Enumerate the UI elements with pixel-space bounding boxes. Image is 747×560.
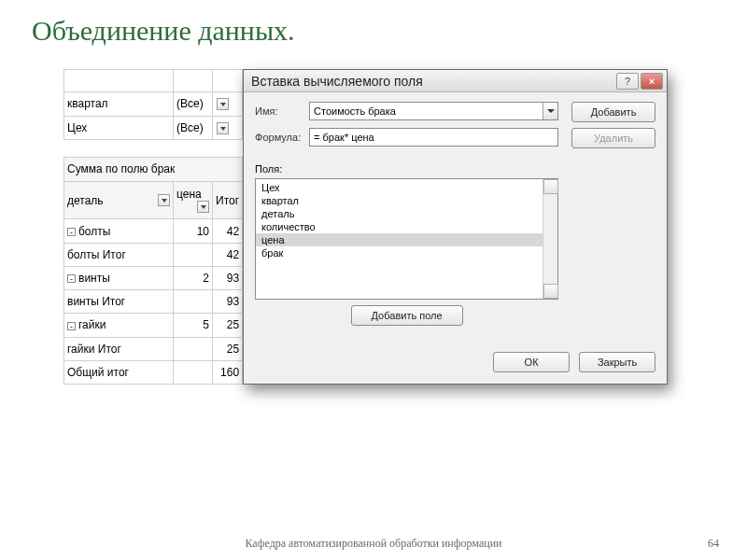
scroll-up-icon[interactable]	[543, 179, 558, 194]
name-label: Имя:	[255, 105, 309, 117]
add-field-button[interactable]: Добавить поле	[351, 305, 463, 326]
slide-title: Объединение данных.	[0, 0, 747, 54]
field-list-item[interactable]: количество	[256, 220, 543, 233]
ok-button[interactable]: ОК	[493, 352, 570, 372]
scroll-down-icon[interactable]	[543, 284, 558, 299]
col-header-detail[interactable]: деталь	[64, 181, 174, 219]
dialog-title: Вставка вычисляемого поля	[251, 74, 423, 89]
help-button[interactable]: ?	[616, 73, 639, 90]
collapse-icon[interactable]: -	[67, 228, 76, 236]
pivot-table: квартал (Все) Цех (Все) Сумма по полю бр…	[63, 69, 243, 385]
pivot-row-label: -винты	[64, 266, 174, 289]
fields-label: Поля:	[255, 163, 655, 175]
grand-total-value: 160	[213, 360, 243, 384]
chevron-down-icon[interactable]	[543, 103, 557, 119]
calculated-field-dialog: Вставка вычисляемого поля ? × Имя: Стоим…	[243, 69, 668, 385]
pivot-price-cell: 10	[174, 219, 213, 243]
close-button[interactable]: Закрыть	[579, 352, 655, 372]
pivot-price-cell: 5	[174, 314, 213, 337]
col-header-price[interactable]: цена	[174, 181, 213, 219]
formula-label: Формула:	[255, 132, 309, 143]
field-list-item[interactable]: цена	[256, 233, 543, 246]
chevron-down-icon	[158, 194, 170, 206]
chevron-down-icon	[217, 122, 229, 134]
field-list-item[interactable]: Цех	[256, 181, 543, 194]
collapse-icon[interactable]: -	[67, 274, 76, 283]
formula-input[interactable]: = брак* цена	[309, 128, 558, 147]
filter-label: квартал	[64, 92, 174, 117]
name-combo[interactable]: Стоимость брака	[309, 102, 558, 120]
sum-field-header: Сумма по полю брак	[64, 158, 243, 181]
pivot-total-cell: 25	[213, 337, 243, 360]
collapse-icon[interactable]: -	[67, 322, 76, 330]
pivot-price-cell: 2	[174, 266, 213, 289]
close-icon[interactable]: ×	[641, 73, 663, 90]
grand-total-label: Общий итог	[64, 360, 174, 384]
chevron-down-icon	[217, 98, 229, 110]
pivot-total-cell: 93	[213, 266, 243, 289]
page-number: 64	[708, 537, 719, 551]
fields-listbox[interactable]: Цехкварталдетальколичествоценабрак	[255, 178, 558, 300]
field-list-item[interactable]: деталь	[256, 207, 543, 220]
filter-value[interactable]: (Все)	[174, 92, 213, 117]
filter-label: Цех	[64, 116, 174, 140]
pivot-total-cell: 42	[213, 219, 243, 243]
scrollbar[interactable]	[543, 179, 557, 299]
pivot-price-cell	[174, 243, 213, 266]
pivot-total-cell: 25	[213, 314, 243, 337]
field-list-item[interactable]: брак	[256, 246, 543, 259]
pivot-row-label: -гайки	[64, 314, 174, 337]
pivot-row-label: -болты	[64, 219, 174, 243]
filter-dropdown[interactable]	[213, 116, 243, 140]
pivot-total-cell: 42	[213, 243, 243, 266]
pivot-price-cell	[174, 337, 213, 360]
pivot-total-cell: 93	[213, 290, 243, 314]
filter-value[interactable]: (Все)	[174, 116, 213, 140]
delete-button[interactable]: Удалить	[571, 128, 655, 148]
col-header-total: Итог	[213, 181, 243, 219]
dialog-titlebar: Вставка вычисляемого поля ? ×	[244, 70, 667, 92]
pivot-row-label: винты Итог	[64, 290, 174, 314]
pivot-row-label: болты Итог	[64, 243, 174, 266]
add-button[interactable]: Добавить	[571, 102, 655, 122]
filter-dropdown[interactable]	[213, 92, 243, 117]
field-list-item[interactable]: квартал	[256, 194, 543, 207]
pivot-price-cell	[174, 290, 213, 314]
chevron-down-icon	[197, 201, 209, 213]
slide-footer: Кафедра автоматизированной обработки инф…	[0, 537, 747, 551]
pivot-row-label: гайки Итог	[64, 337, 174, 360]
